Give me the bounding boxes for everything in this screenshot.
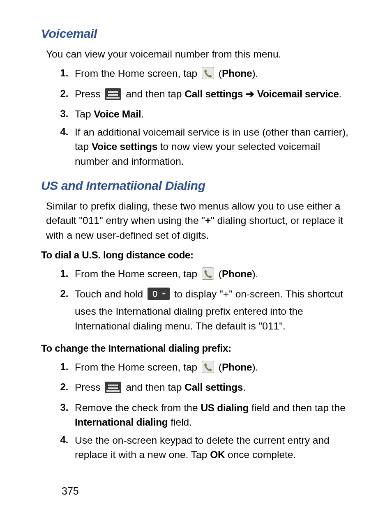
plus-label: + [205, 215, 211, 226]
text: ). [252, 68, 258, 79]
text: Tap [75, 108, 94, 120]
text: ( [219, 268, 222, 279]
text: Touch and hold [75, 288, 146, 299]
phone-label: Phone [222, 268, 252, 279]
call-settings-label: Call settings [184, 88, 243, 99]
text: ( [219, 68, 222, 79]
text: From the Home screen, tap [75, 268, 200, 279]
heading-dialing: US and Internatiional Dialing [41, 177, 351, 195]
svg-rect-13 [106, 390, 120, 392]
text: once complete. [225, 449, 296, 460]
text: field and then tap the [249, 402, 346, 413]
zero-plus-key-icon: 0 + [148, 288, 170, 304]
text: and then tap [126, 88, 184, 99]
voicemail-intro: You can view your voicemail number from … [46, 47, 351, 62]
text: field. [168, 417, 192, 428]
menu-icon [105, 88, 121, 104]
text: Press [75, 382, 103, 393]
intl-step-2: Press and then tap Call settings. [41, 378, 351, 399]
us-step-2: Touch and hold 0 + to display "+" on-scr… [41, 285, 351, 335]
intl-step-1: From the Home screen, tap (Phone). [41, 358, 351, 379]
voice-settings-label: Voice settings [92, 141, 157, 152]
us-dialing-label: US dialing [201, 402, 249, 413]
intl-step-3: Remove the check from the US dialing fie… [41, 399, 351, 431]
svg-rect-9 [202, 361, 214, 373]
menu-icon [105, 382, 121, 397]
text: and then tap [126, 382, 184, 393]
svg-rect-2 [108, 91, 118, 93]
svg-rect-5 [202, 267, 214, 279]
phone-label: Phone [222, 362, 252, 373]
svg-rect-4 [106, 97, 120, 99]
text: ( [219, 362, 222, 373]
subheading-us-code: To dial a U.S. long distance code: [41, 248, 351, 263]
intl-prefix-steps: From the Home screen, tap (Phone). Press [41, 358, 351, 464]
text: ). [252, 362, 258, 373]
vm-step-2: Press and then tap Call settings ➔ Voice… [41, 85, 351, 106]
intl-dialing-label: International dialing [75, 417, 168, 428]
svg-rect-3 [108, 94, 118, 96]
phone-icon [202, 267, 214, 284]
text: . [141, 108, 144, 120]
phone-icon [202, 67, 214, 83]
vm-step-1: From the Home screen, tap (Phone). [41, 64, 351, 85]
us-code-steps: From the Home screen, tap (Phone). Touch… [41, 265, 351, 335]
svg-text:+: + [162, 290, 166, 297]
text: . [243, 382, 246, 393]
voicemail-service-label: Voicemail service [257, 88, 339, 99]
intl-step-4: Use the on-screen keypad to delete the c… [41, 431, 351, 464]
arrow-icon: ➔ [243, 88, 257, 99]
vm-step-3: Tap Voice Mail. [41, 105, 351, 123]
ok-label: OK [210, 449, 225, 460]
us-step-1: From the Home screen, tap (Phone). [41, 265, 351, 286]
text: From the Home screen, tap [75, 362, 200, 373]
text: Remove the check from the [75, 402, 201, 413]
text: ). [252, 268, 258, 279]
dialing-intro: Similar to prefix dialing, these two men… [46, 199, 351, 243]
phone-label: Phone [222, 68, 252, 79]
voicemail-steps: From the Home screen, tap (Phone). Press [41, 64, 351, 170]
voice-mail-label: Voice Mail [94, 108, 141, 120]
heading-voicemail: Voicemail [41, 25, 351, 43]
phone-icon [202, 361, 214, 377]
text: Press [75, 88, 103, 99]
svg-rect-12 [108, 387, 118, 389]
page-container: Voicemail You can view your voicemail nu… [0, 0, 392, 532]
page-number: 375 [62, 484, 79, 498]
svg-rect-0 [202, 67, 214, 79]
call-settings-label: Call settings [184, 382, 243, 393]
vm-step-4: If an additional voicemail service is in… [41, 123, 351, 170]
svg-rect-11 [108, 385, 118, 386]
svg-text:0: 0 [152, 289, 157, 299]
text: . [339, 88, 341, 99]
svg-rect-6 [148, 288, 170, 300]
subheading-intl-prefix: To change the International dialing pref… [41, 341, 351, 356]
text: From the Home screen, tap [75, 68, 200, 79]
